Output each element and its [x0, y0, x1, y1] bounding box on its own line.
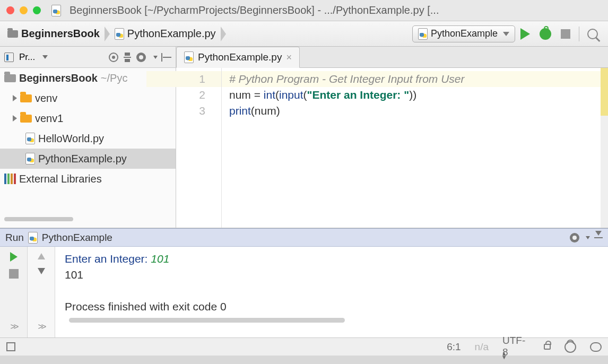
editor-marker-stripe[interactable]: [601, 68, 608, 228]
console-horizontal-scrollbar[interactable]: [65, 318, 608, 324]
rerun-button[interactable]: [10, 252, 18, 262]
tree-root-name: BeginnersBook: [19, 72, 98, 84]
collapse-all-icon[interactable]: [124, 52, 131, 63]
feedback-icon[interactable]: [590, 342, 602, 352]
run-tool-window: Run PythonExample >> >> Enter an Integer…: [0, 228, 608, 337]
folder-icon: [20, 115, 32, 123]
run-sidebar-primary: >>: [0, 247, 28, 337]
run-button[interactable]: [518, 27, 532, 41]
python-file-icon: [25, 153, 35, 164]
editor-area: PythonExample.py × 1 2 3 # Python Progra…: [176, 47, 608, 228]
editor-gutter: 1 2 3: [176, 68, 222, 228]
play-icon: [10, 252, 18, 262]
scroll-to-source-icon[interactable]: [109, 53, 118, 62]
tree-item-venv1[interactable]: venv1: [0, 108, 176, 128]
down-stack-icon[interactable]: [38, 268, 45, 274]
file-encoding[interactable]: UTF-8 ▲▼: [502, 335, 530, 359]
lock-icon[interactable]: [544, 344, 551, 350]
tree-item-label: PythonExample.py: [38, 153, 127, 165]
play-icon: [520, 28, 530, 40]
tree-item-venv[interactable]: venv: [0, 88, 176, 108]
chevron-down-icon[interactable]: [153, 56, 158, 59]
maximize-window-icon[interactable]: [33, 6, 41, 14]
code-line-1: # Python Program - Get Integer Input fro…: [229, 73, 465, 85]
run-console[interactable]: Enter an Integer: 101 101 Process finish…: [55, 247, 608, 337]
tree-item-label: HelloWorld.py: [38, 133, 104, 145]
run-config-label: PythonExample: [431, 28, 498, 39]
breadcrumb-file[interactable]: PythonExample.py: [112, 25, 221, 43]
chevron-down-icon[interactable]: [586, 236, 590, 239]
search-everywhere-button[interactable]: [586, 27, 600, 41]
run-config-select[interactable]: PythonExample: [412, 25, 515, 42]
run-sidebar-secondary: >>: [28, 247, 55, 337]
navigation-bar: BeginnersBook PythonExample.py PythonExa…: [0, 21, 608, 47]
breadcrumb-project-label: BeginnersBook: [21, 28, 100, 40]
console-line-2: 101: [65, 267, 608, 283]
gear-icon[interactable]: [570, 233, 579, 242]
hide-panel-icon[interactable]: [163, 57, 171, 58]
export-icon[interactable]: [594, 237, 603, 238]
stop-icon: [9, 269, 19, 279]
run-panel-title-prefix: Run: [5, 232, 24, 244]
gutter-line-2: 2: [176, 87, 205, 103]
tree-item-label: venv1: [35, 112, 63, 125]
expand-icon[interactable]: [13, 115, 17, 122]
project-panel-header: Pr...: [0, 47, 176, 68]
run-panel-title-name: PythonExample: [42, 232, 112, 244]
chevron-down-icon[interactable]: [42, 55, 48, 59]
status-bar: 6:1 n/a UTF-8 ▲▼: [0, 337, 608, 356]
tool-windows-icon[interactable]: [6, 342, 15, 351]
breadcrumb-file-label: PythonExample.py: [127, 28, 216, 40]
console-blank: [65, 283, 608, 299]
stop-button[interactable]: [559, 27, 572, 41]
search-icon: [587, 29, 598, 39]
gutter-line-1: 1: [146, 71, 221, 87]
project-horizontal-scrollbar[interactable]: [4, 217, 171, 224]
stop-run-button[interactable]: [9, 269, 19, 279]
more-actions-icon[interactable]: >>: [11, 322, 17, 332]
project-folder-icon: [4, 74, 16, 82]
breadcrumb-project[interactable]: BeginnersBook: [5, 25, 105, 43]
bug-icon: [540, 28, 551, 40]
up-stack-icon[interactable]: [38, 253, 45, 259]
project-view-icon: [4, 53, 14, 62]
python-file-icon: [184, 51, 194, 63]
minimize-window-icon[interactable]: [20, 6, 28, 14]
tree-item-pythonexample[interactable]: PythonExample.py: [0, 149, 176, 169]
editor-source[interactable]: # Python Program - Get Integer Input fro…: [222, 68, 608, 228]
expand-icon[interactable]: [13, 95, 17, 101]
gear-icon[interactable]: [136, 53, 146, 62]
close-tab-icon[interactable]: ×: [286, 52, 292, 63]
more-actions-icon[interactable]: >>: [38, 322, 45, 332]
code-line-3: print(num): [229, 103, 603, 119]
libraries-icon: [4, 174, 16, 184]
project-tree[interactable]: BeginnersBook ~/Pyc venv venv1 HelloWorl…: [0, 68, 176, 214]
window-titlebar: BeginnersBook [~/PycharmProjects/Beginne…: [0, 0, 608, 21]
run-panel-header[interactable]: Run PythonExample: [0, 229, 608, 247]
tree-external-libraries[interactable]: External Libraries: [0, 169, 176, 189]
console-line-1: Enter an Integer: 101: [65, 251, 608, 267]
inspector-icon[interactable]: [564, 341, 576, 353]
code-editor[interactable]: 1 2 3 # Python Program - Get Integer Inp…: [176, 68, 608, 228]
caret-position[interactable]: 6:1: [447, 341, 461, 353]
python-file-icon: [28, 232, 38, 244]
code-line-2: num = int(input("Enter an Integer: ")): [229, 87, 603, 103]
editor-tabs: PythonExample.py ×: [176, 47, 608, 68]
tree-item-label: External Libraries: [19, 173, 102, 185]
tree-item-helloworld[interactable]: HelloWorld.py: [0, 128, 176, 149]
tree-item-label: venv: [35, 92, 57, 105]
console-line-exit: Process finished with exit code 0: [65, 299, 608, 315]
tree-root-path: ~/Pyc: [101, 72, 128, 84]
project-panel-title[interactable]: Pr...: [19, 52, 35, 63]
insert-mode[interactable]: n/a: [475, 341, 489, 353]
window-title: BeginnersBook [~/PycharmProjects/Beginne…: [70, 4, 439, 16]
stop-icon: [561, 29, 570, 39]
debug-button[interactable]: [538, 27, 552, 41]
editor-tab-pythonexample[interactable]: PythonExample.py ×: [176, 47, 300, 68]
python-file-icon: [25, 133, 35, 144]
chevron-down-icon: [503, 32, 509, 36]
python-file-icon: [115, 28, 124, 40]
folder-icon: [20, 94, 32, 102]
folder-icon: [7, 30, 18, 38]
close-window-icon[interactable]: [6, 6, 14, 14]
